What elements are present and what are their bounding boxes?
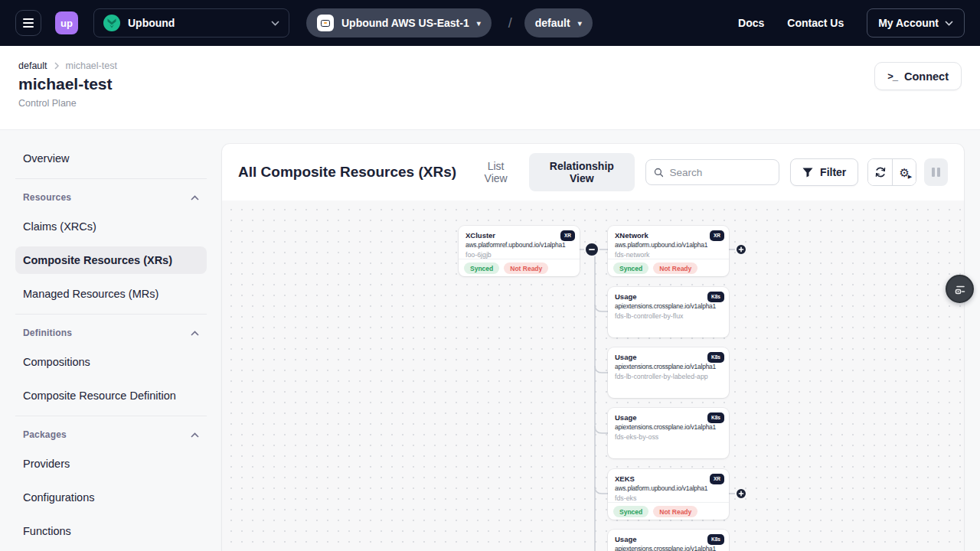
- legend-toggle-button[interactable]: [946, 275, 974, 303]
- graph-node-xcluster[interactable]: XCluster aws.platformref.upbound.io/v1al…: [459, 226, 580, 276]
- status-badge: Not Ready: [653, 262, 697, 274]
- sidebar-section-label: Definitions: [23, 328, 72, 338]
- sidebar-item-composite-resource-definition[interactable]: Composite Resource Definition: [15, 382, 207, 409]
- pause-button[interactable]: [924, 158, 948, 186]
- sidebar-item-configurations[interactable]: Configurations: [15, 484, 207, 511]
- node-resource-name: foo-6jgjb: [466, 251, 573, 259]
- menu-button[interactable]: [15, 10, 41, 36]
- sidebar-section-header[interactable]: Definitions: [15, 328, 207, 338]
- breadcrumb-separator: /: [508, 15, 512, 31]
- graph-node-xeks[interactable]: XEKS aws.platform.upbound.io/v1alpha1 fd…: [608, 469, 729, 520]
- play-icon: ▶: [908, 174, 912, 180]
- graph-node-xnetwork[interactable]: XNetwork aws.platform.upbound.io/v1alpha…: [608, 226, 729, 276]
- filter-button[interactable]: Filter: [790, 158, 858, 186]
- sidebar: Overview Resources Claims (XRCs) Composi…: [0, 130, 222, 551]
- group-select[interactable]: default ▾: [524, 8, 593, 37]
- node-resource-name: fds-network: [615, 251, 722, 259]
- node-status-row: SyncedNot Ready: [459, 259, 580, 278]
- chevron-up-icon: [191, 195, 199, 201]
- node-status-row: SyncedNot Ready: [608, 502, 729, 521]
- terminal-icon: >_: [887, 70, 897, 82]
- node-api-version: apiextensions.crossplane.io/v1alpha1: [615, 302, 722, 310]
- status-badge: Synced: [464, 262, 499, 274]
- connect-button[interactable]: >_ Connect: [874, 62, 962, 90]
- caret-down-icon: ▾: [477, 19, 481, 28]
- sidebar-item-overview[interactable]: Overview: [15, 145, 207, 172]
- relationship-view-tab[interactable]: Relationship View: [529, 153, 634, 191]
- org-select-label: Upbound: [128, 17, 175, 29]
- graph-node-usage-2[interactable]: Usage apiextensions.crossplane.io/v1alph…: [608, 347, 729, 398]
- run-functions-button[interactable]: ⚙ ▶: [892, 159, 916, 185]
- graph-node-usage-1[interactable]: Usage apiextensions.crossplane.io/v1alph…: [608, 287, 729, 337]
- node-title: XEKS: [615, 474, 722, 483]
- caret-down-icon: ▾: [578, 19, 582, 28]
- control-plane-icon: [317, 15, 334, 31]
- node-title: XNetwork: [615, 231, 722, 240]
- node-kind-badge: K8s: [707, 534, 724, 545]
- filter-funnel-icon: [802, 168, 813, 178]
- sidebar-item-providers[interactable]: Providers: [15, 450, 207, 478]
- chevron-down-icon: [271, 21, 279, 26]
- graph-node-usage-3[interactable]: Usage apiextensions.crossplane.io/v1alph…: [608, 408, 729, 458]
- breadcrumb-group[interactable]: default: [18, 60, 47, 71]
- sidebar-section-label: Packages: [23, 429, 67, 440]
- node-kind-badge: K8s: [707, 352, 724, 363]
- chevron-down-icon: [945, 21, 953, 26]
- main-title: All Composite Resources (XRs): [238, 164, 456, 181]
- node-resource-name: fds-lb-controller-by-flux: [615, 312, 722, 320]
- sidebar-sections: Resources Claims (XRCs) Composite Resour…: [15, 178, 207, 545]
- sidebar-item-functions[interactable]: Functions: [15, 517, 207, 545]
- graph-edges: [222, 201, 964, 551]
- collapse-toggle[interactable]: [585, 243, 599, 256]
- legend-icon: [953, 282, 967, 296]
- main-panel: All Composite Resources (XRs) List View …: [222, 144, 964, 551]
- node-title: Usage: [615, 413, 722, 422]
- my-account-label: My Account: [878, 17, 939, 29]
- status-badge: Synced: [613, 506, 648, 517]
- expand-toggle[interactable]: [736, 488, 746, 499]
- contact-us-link[interactable]: Contact Us: [787, 17, 844, 29]
- node-status-row: SyncedNot Ready: [608, 259, 729, 278]
- docs-link[interactable]: Docs: [738, 17, 764, 29]
- upbound-org-icon: [103, 15, 120, 31]
- control-plane-select[interactable]: Upbound AWS US-East-1 ▾: [306, 8, 492, 37]
- sidebar-item-composite-resources-xrs[interactable]: Composite Resources (XRs): [15, 246, 207, 274]
- chevron-right-icon: [54, 62, 59, 70]
- node-resource-name: fds-eks: [615, 494, 722, 502]
- node-kind-badge: XR: [710, 230, 724, 241]
- my-account-button[interactable]: My Account: [867, 8, 965, 37]
- status-badge: Not Ready: [653, 506, 697, 517]
- refresh-icon: [874, 166, 887, 178]
- node-title: Usage: [615, 535, 722, 543]
- chevron-up-icon: [191, 331, 199, 336]
- breadcrumb-current: michael-test: [66, 60, 117, 71]
- sidebar-divider: [15, 314, 207, 315]
- sidebar-section-label: Resources: [23, 192, 71, 203]
- search-box: [645, 159, 780, 185]
- toolbar: All Composite Resources (XRs) List View …: [222, 144, 964, 201]
- view-toggle: List View Relationship View: [467, 153, 634, 191]
- expand-toggle[interactable]: [736, 244, 746, 255]
- sidebar-item-compositions[interactable]: Compositions: [15, 348, 207, 376]
- node-title: Usage: [615, 292, 722, 301]
- relationship-canvas[interactable]: XCluster aws.platformref.upbound.io/v1al…: [222, 201, 964, 551]
- node-api-version: apiextensions.crossplane.io/v1alpha1: [615, 545, 722, 551]
- list-view-tab[interactable]: List View: [467, 154, 524, 191]
- search-input[interactable]: [669, 167, 771, 178]
- node-api-version: apiextensions.crossplane.io/v1alpha1: [615, 363, 722, 370]
- sidebar-section-header[interactable]: Packages: [15, 429, 207, 440]
- page-subtitle: Control Plane: [18, 98, 962, 109]
- node-api-version: aws.platform.upbound.io/v1alpha1: [615, 241, 722, 249]
- node-resource-name: fds-eks-by-oss: [615, 433, 722, 441]
- sidebar-item-managed-resources-mrs[interactable]: Managed Resources (MRs): [15, 280, 207, 308]
- top-navbar: up Upbound Upbound AWS US-East-1 ▾ / def…: [0, 0, 980, 46]
- sidebar-item-claims-xrcs[interactable]: Claims (XRCs): [15, 213, 207, 240]
- page-header: default michael-test michael-test Contro…: [0, 46, 980, 130]
- org-select[interactable]: Upbound: [93, 8, 289, 37]
- node-title: XCluster: [466, 231, 573, 240]
- graph-node-usage-4[interactable]: Usage apiextensions.crossplane.io/v1alph…: [608, 530, 729, 551]
- node-api-version: aws.platform.upbound.io/v1alpha1: [615, 484, 722, 492]
- refresh-button[interactable]: [868, 159, 892, 185]
- upbound-logo[interactable]: up: [55, 11, 78, 34]
- sidebar-section-header[interactable]: Resources: [15, 192, 207, 203]
